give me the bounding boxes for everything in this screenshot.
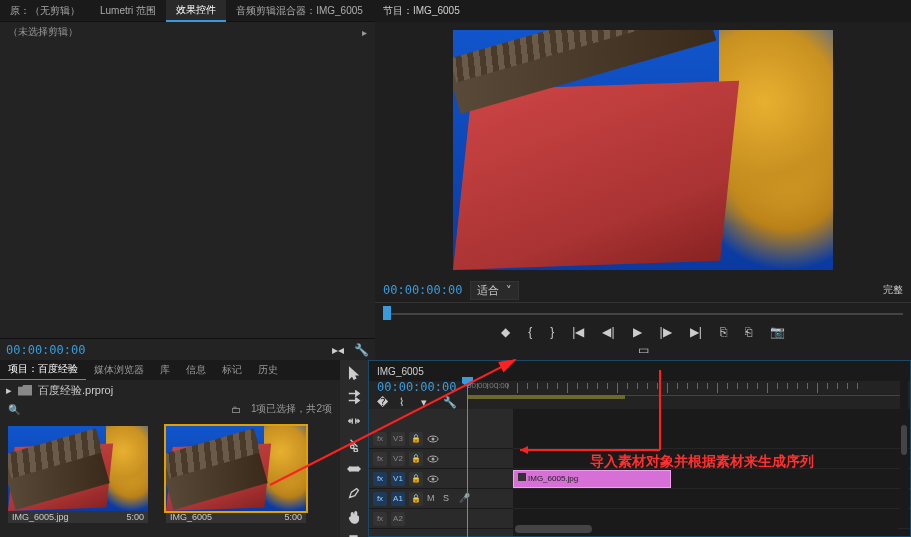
lane-v2[interactable] (513, 449, 910, 469)
step-fwd-icon[interactable]: |▶ (660, 325, 672, 339)
mic-icon[interactable]: 🎤 (459, 493, 471, 505)
eye-icon[interactable] (427, 433, 439, 445)
project-bin-grid[interactable]: IMG_6005.jpg 5:00 IMG_6005 5:00 (0, 418, 340, 537)
chevron-right-icon[interactable]: ▸ (6, 384, 12, 397)
ripple-edit-tool[interactable] (346, 414, 362, 428)
tab-source[interactable]: 原：（无剪辑） (0, 1, 90, 21)
track-lock-icon[interactable]: 🔒 (409, 452, 423, 466)
link-icon[interactable]: ⌇ (399, 396, 413, 410)
svg-point-6 (432, 477, 435, 480)
safe-margins-icon[interactable]: ▭ (638, 343, 649, 357)
track-target[interactable]: A2 (391, 512, 405, 526)
track-header-v3[interactable]: fx V3 🔒 (369, 429, 513, 449)
bin-icon[interactable]: 🗀 (231, 404, 241, 415)
project-item[interactable]: IMG_6005.jpg 5:00 (8, 426, 148, 523)
project-filename: 百度经验.prproj (38, 383, 113, 398)
program-playhead[interactable] (383, 306, 391, 320)
source-timecode[interactable]: 00:00:00:00 (6, 343, 85, 357)
track-lanes[interactable]: IMG_6005.jpg (513, 409, 910, 536)
track-lock-icon[interactable]: 🔒 (409, 472, 423, 486)
timeline-playhead[interactable] (467, 381, 468, 537)
settings-icon[interactable]: ▸◂ (332, 343, 344, 357)
timeline-scrollbar-h[interactable] (513, 524, 898, 534)
track-toggle[interactable]: fx (373, 492, 387, 506)
tab-project[interactable]: 项目：百度经验 (0, 360, 86, 380)
tab-markers[interactable]: 标记 (214, 360, 250, 380)
track-header-a2[interactable]: fx A2 (369, 509, 513, 529)
go-end-icon[interactable]: ▶| (690, 325, 702, 339)
timeline-ruler[interactable]: 00:00:00:00 (467, 381, 902, 409)
razor-tool[interactable] (346, 438, 362, 452)
track-header-a1[interactable]: fx A1 🔒 M S 🎤 (369, 489, 513, 509)
no-clip-label: （未选择剪辑） (8, 25, 78, 39)
track-headers: fx V3 🔒 fx V2 🔒 fx V1 🔒 (369, 409, 513, 536)
tab-media-browser[interactable]: 媒体浏览器 (86, 360, 152, 380)
program-timecode[interactable]: 00:00:00:00 (383, 283, 462, 297)
search-icon[interactable]: 🔍 (8, 404, 20, 415)
timeline-panel: IMG_6005 00:00:00:00 �磁 ⌇ ▾ 🔧 00:00:00:0… (368, 360, 911, 537)
track-toggle[interactable]: fx (373, 512, 387, 526)
go-in-icon[interactable]: } (550, 325, 554, 339)
track-target[interactable]: A1 (391, 492, 405, 506)
item-duration: 5:00 (284, 512, 302, 522)
go-out-icon[interactable]: |◀ (572, 325, 584, 339)
tab-audio-mixer[interactable]: 音频剪辑混合器：IMG_6005 (226, 1, 373, 21)
ruler-label: 00:00:00:00 (467, 381, 509, 390)
tab-lumetri[interactable]: Lumetri 范围 (90, 1, 166, 21)
program-controls-row: 00:00:00:00 适合 ˅ 完整 (375, 278, 911, 302)
track-lock-icon[interactable]: 🔒 (409, 492, 423, 506)
svg-point-4 (432, 457, 435, 460)
program-panel: 节目：IMG_6005 00:00:00:00 适合 ˅ 完整 ◆ { (375, 0, 911, 360)
fit-label: 完整 (883, 283, 903, 297)
tab-libraries[interactable]: 库 (152, 360, 178, 380)
track-select-tool[interactable] (346, 390, 362, 404)
chevron-right-icon[interactable]: ▸ (362, 27, 367, 38)
eye-icon[interactable] (427, 473, 439, 485)
tab-info[interactable]: 信息 (178, 360, 214, 380)
eye-icon[interactable] (427, 453, 439, 465)
play-icon[interactable]: ▶ (633, 325, 642, 339)
slip-tool[interactable] (346, 462, 362, 476)
tab-history[interactable]: 历史 (250, 360, 286, 380)
selection-tool[interactable] (346, 366, 362, 380)
snap-icon[interactable]: �磁 (377, 396, 391, 410)
export-frame-icon[interactable]: 📷 (770, 325, 785, 339)
in-out-range[interactable] (467, 395, 625, 399)
lane-a1[interactable] (513, 489, 910, 509)
track-target[interactable]: V3 (391, 432, 405, 446)
program-scrubber[interactable] (375, 302, 911, 322)
solo-icon[interactable]: S (443, 493, 455, 505)
hand-tool[interactable] (346, 510, 362, 524)
step-back-icon[interactable]: ◀| (602, 325, 614, 339)
lane-v1[interactable]: IMG_6005.jpg (513, 469, 910, 489)
extract-icon[interactable]: ⎗ (745, 325, 752, 339)
lane-v3[interactable] (513, 429, 910, 449)
tab-effect-controls[interactable]: 效果控件 (166, 0, 226, 22)
track-header-v1[interactable]: fx V1 🔒 (369, 469, 513, 489)
settings-icon[interactable]: 🔧 (443, 396, 457, 410)
selection-count: 1项已选择，共2项 (251, 402, 332, 416)
project-item[interactable]: IMG_6005 5:00 (166, 426, 306, 523)
track-target[interactable]: V2 (391, 452, 405, 466)
pen-tool[interactable] (346, 486, 362, 500)
wrench-icon[interactable]: 🔧 (354, 343, 369, 357)
timeline-scrollbar-v[interactable] (900, 361, 908, 520)
program-monitor[interactable] (375, 22, 911, 278)
track-header-v2[interactable]: fx V2 🔒 (369, 449, 513, 469)
item-duration: 5:00 (126, 512, 144, 522)
track-toggle[interactable]: fx (373, 432, 387, 446)
lift-icon[interactable]: ⎘ (720, 325, 727, 339)
track-target[interactable]: V1 (391, 472, 405, 486)
zoom-dropdown[interactable]: 适合 ˅ (470, 281, 518, 300)
tools-panel: T (340, 360, 368, 537)
track-lock-icon[interactable]: 🔒 (409, 432, 423, 446)
mute-icon[interactable]: M (427, 493, 439, 505)
timeline-header[interactable]: IMG_6005 (369, 361, 910, 381)
mark-out-icon[interactable]: { (528, 325, 532, 339)
timeline-timecode[interactable]: 00:00:00:00 (377, 380, 457, 394)
track-toggle[interactable]: fx (373, 472, 387, 486)
timeline-clip[interactable]: IMG_6005.jpg (513, 470, 671, 488)
track-toggle[interactable]: fx (373, 452, 387, 466)
mark-in-icon[interactable]: ◆ (501, 325, 510, 339)
marker-icon[interactable]: ▾ (421, 396, 435, 410)
